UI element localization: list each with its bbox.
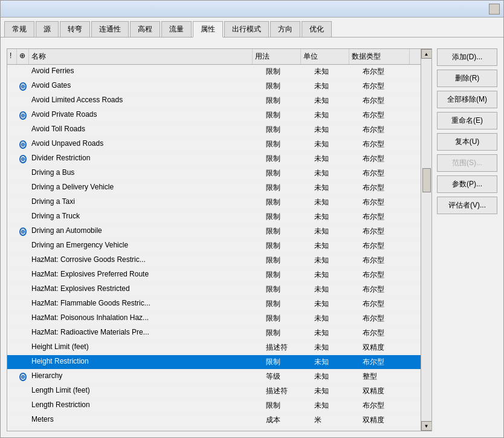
table-body[interactable]: Avoid Ferries限制未知布尔型⊕Avoid Gates限制未知布尔型A… (7, 65, 421, 431)
table-row[interactable]: HazMat: Explosives Preferred Route限制未知布尔… (7, 268, 421, 283)
scroll-track[interactable] (422, 60, 431, 420)
row-badge-icon (17, 428, 29, 431)
table-row[interactable]: Height Limit (feet)描述符未知双精度 (7, 341, 421, 355)
rename-button[interactable]: 重命名(E) (437, 112, 497, 129)
row-exclaim-icon (7, 370, 17, 384)
tab-连通性[interactable]: 连通性 (91, 21, 129, 37)
scrollbar[interactable]: ▲ ▼ (421, 49, 431, 431)
copy-button[interactable]: 复本(U) (437, 133, 497, 151)
remove-all-button[interactable]: 全部移除(M) (437, 91, 497, 108)
row-exclaim-icon (7, 355, 17, 369)
row-type: 布尔型 (360, 268, 421, 282)
tab-优化[interactable]: 优化 (302, 21, 332, 37)
table-row[interactable]: Driving a Truck限制未知布尔型 (7, 210, 421, 224)
row-usage: 等级 (263, 370, 312, 384)
table-row[interactable]: HazMat: Radioactive Materials Pre...限制未知… (7, 326, 421, 341)
table-row[interactable]: Length Limit (feet)描述符未知双精度 (7, 384, 421, 399)
row-unit: 未知 (312, 268, 360, 282)
tab-流量[interactable]: 流量 (161, 21, 192, 37)
tab-方向[interactable]: 方向 (270, 21, 300, 37)
table-row[interactable]: ⊕Avoid Private Roads限制未知布尔型 (7, 108, 421, 123)
table-row[interactable]: ⊕Driving an Automobile限制未知布尔型 (7, 224, 421, 239)
row-name: Height Restriction (29, 355, 263, 369)
row-type: 布尔型 (360, 399, 421, 413)
row-usage: 限制 (263, 253, 312, 267)
row-unit: 未知 (312, 94, 360, 108)
delete-button[interactable]: 删除(R) (437, 70, 497, 87)
row-badge-icon: ⊕ (17, 152, 29, 166)
table-row[interactable]: ⊕Avoid Gates限制未知布尔型 (7, 79, 421, 94)
row-unit: 未知 (312, 355, 360, 369)
row-usage: 限制 (263, 224, 312, 238)
row-exclaim-icon (7, 224, 17, 238)
row-badge-icon (17, 123, 29, 137)
row-unit: 未知 (312, 384, 360, 398)
scroll-thumb[interactable] (422, 168, 431, 192)
row-exclaim-icon (7, 253, 17, 267)
table-row[interactable]: Driving an Emergency Vehicle限制未知布尔型 (7, 239, 421, 253)
row-name: HazMat: Corrosive Goods Restric... (29, 253, 263, 267)
row-name: Driving a Delivery Vehicle (29, 181, 263, 195)
table-row[interactable]: HazMat: Flammable Goods Restric...限制未知布尔… (7, 297, 421, 312)
row-unit: 未知 (312, 239, 360, 253)
row-name: Length Limit (feet) (29, 384, 263, 398)
row-badge-icon (17, 384, 29, 398)
row-exclaim-icon (7, 297, 17, 311)
table-row[interactable]: Avoid Toll Roads限制未知布尔型 (7, 123, 421, 137)
params-button[interactable]: 参数(P)... (437, 175, 497, 193)
close-button[interactable] (489, 4, 500, 15)
row-unit: 未知 (312, 79, 360, 93)
row-usage: 限制 (263, 123, 312, 137)
table-row[interactable]: Height Restriction限制未知布尔型 (7, 355, 421, 370)
table-row[interactable]: Avoid Ferries限制未知布尔型 (7, 65, 421, 79)
row-exclaim-icon (7, 326, 17, 340)
table-row[interactable]: Minutes成本分钟双精度 (7, 428, 421, 431)
row-name: HazMat: Flammable Goods Restric... (29, 297, 263, 311)
row-type: 双精度 (360, 341, 421, 355)
table-row[interactable]: Driving a Taxi限制未知布尔型 (7, 195, 421, 210)
row-type: 布尔型 (360, 224, 421, 238)
row-type: 布尔型 (360, 312, 421, 325)
row-usage: 成本 (263, 428, 312, 431)
scroll-up-button[interactable]: ▲ (421, 49, 432, 59)
table-row[interactable]: Meters成本米双精度 (7, 413, 421, 428)
tab-常规[interactable]: 常规 (4, 21, 34, 37)
table-row[interactable]: HazMat: Explosives Restricted限制未知布尔型 (7, 283, 421, 297)
row-usage: 限制 (263, 326, 312, 340)
row-unit: 未知 (312, 166, 360, 180)
row-unit: 未知 (312, 123, 360, 137)
row-type: 布尔型 (360, 181, 421, 195)
range-button: 范围(S)... (437, 154, 497, 172)
table-row[interactable]: ⊕Divider Restriction限制未知布尔型 (7, 152, 421, 166)
row-type: 双精度 (360, 413, 421, 427)
row-badge-icon (17, 65, 29, 79)
row-badge-icon (17, 283, 29, 296)
tab-转弯[interactable]: 转弯 (60, 21, 90, 37)
table-row[interactable]: Driving a Bus限制未知布尔型 (7, 166, 421, 181)
table-row[interactable]: ⊕Hierarchy等级未知整型 (7, 370, 421, 384)
row-type: 布尔型 (360, 253, 421, 267)
row-type: 双精度 (360, 384, 421, 398)
tab-源[interactable]: 源 (36, 21, 59, 37)
row-name: Driving a Bus (29, 166, 263, 180)
scroll-down-button[interactable]: ▼ (421, 421, 432, 431)
table-row[interactable]: Driving a Delivery Vehicle限制未知布尔型 (7, 181, 421, 195)
table-row[interactable]: ⊕Avoid Unpaved Roads限制未知布尔型 (7, 137, 421, 152)
table-row[interactable]: HazMat: Corrosive Goods Restric...限制未知布尔… (7, 253, 421, 268)
tab-bar: 常规源转弯连通性高程流量属性出行模式方向优化 (1, 18, 503, 38)
main-window: 常规源转弯连通性高程流量属性出行模式方向优化 ! ⊕ 名称 用法 单位 数据类型 (0, 0, 504, 438)
tab-出行模式[interactable]: 出行模式 (224, 21, 269, 37)
row-exclaim-icon (7, 341, 17, 355)
tab-属性[interactable]: 属性 (193, 21, 223, 38)
tab-高程[interactable]: 高程 (130, 21, 160, 37)
row-name: HazMat: Poisonous Inhalation Haz... (29, 312, 263, 325)
table-row[interactable]: HazMat: Poisonous Inhalation Haz...限制未知布… (7, 312, 421, 326)
row-badge-icon (17, 326, 29, 340)
table-row[interactable]: Length Restriction限制未知布尔型 (7, 399, 421, 413)
evaluator-button[interactable]: 评估者(V)... (437, 197, 497, 214)
add-button[interactable]: 添加(D)... (437, 48, 497, 66)
table-row[interactable]: Avoid Limited Access Roads限制未知布尔型 (7, 94, 421, 108)
col-header-unit: 单位 (301, 49, 349, 64)
row-badge-icon (17, 239, 29, 253)
row-usage: 限制 (263, 297, 312, 311)
